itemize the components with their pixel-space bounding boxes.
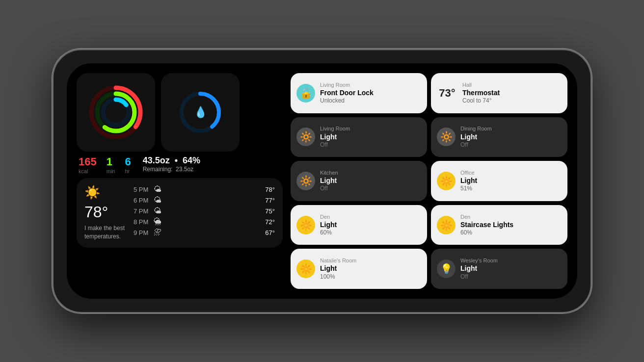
tile-status-thermostat: Cool to 74° <box>462 97 500 105</box>
tile-status-kitchen-light: Off <box>320 185 338 193</box>
tile-wesleys-light[interactable]: 💡 Wesley's Room Light Off <box>431 249 567 289</box>
tile-room-lock: Living Room <box>320 81 374 88</box>
forecast-row-2: 6 PM 🌤 77° <box>134 196 275 205</box>
tile-status-lock: Unlocked <box>320 97 374 105</box>
right-panel: 🔓 Living Room Front Door Lock Unlocked 7… <box>291 73 567 289</box>
kcal-value: 165 <box>79 155 97 168</box>
kcal-stat: 165 kcal <box>79 155 97 174</box>
kcal-label: kcal <box>79 168 88 174</box>
tile-text-staircase: Den Staircase Lights 60% <box>460 213 513 237</box>
tile-icon-living-light: 🔆 <box>296 128 315 146</box>
tile-kitchen-light[interactable]: 🔆 Kitchen Light Off <box>291 161 427 201</box>
tile-room-dining-light: Dining Room <box>460 125 492 132</box>
hr-label: hr <box>125 168 130 174</box>
tile-icon-office-light: 🔆 <box>437 172 456 190</box>
tile-dining-room-light[interactable]: 🔆 Dining Room Light Off <box>431 117 567 157</box>
tile-icon-thermostat: 73° <box>437 84 457 103</box>
hr-stat: 6 hr <box>125 155 131 174</box>
forecast-row-4: 8 PM 🌦 72° <box>134 217 275 226</box>
tile-living-room-light[interactable]: 🔆 Living Room Light Off <box>291 117 427 157</box>
weather-temp: 78° <box>84 203 129 221</box>
tile-text-den-light: Den Light 60% <box>320 213 337 237</box>
tile-status-natalies: 100% <box>320 273 356 281</box>
stats-row: 165 kcal 1 min 6 hr 43.5oz • 64% <box>77 155 283 174</box>
svg-text:💧: 💧 <box>194 105 208 119</box>
tile-name-wesleys: Light <box>460 264 498 273</box>
tile-status-staircase: 60% <box>460 229 513 237</box>
tile-room-office-light: Office <box>460 169 477 176</box>
tile-room-kitchen-light: Kitchen <box>320 169 338 176</box>
min-value: 1 <box>107 155 112 168</box>
forecast-row-1: 5 PM 🌤 78° <box>134 185 275 194</box>
tile-staircase-lights[interactable]: 🔆 Den Staircase Lights 60% <box>431 205 567 245</box>
tile-text-office-light: Office Light 51% <box>460 169 477 193</box>
weather-widget[interactable]: ☀️ 78° I make the besttemperatures. 5 PM… <box>77 178 283 248</box>
tile-natalies-light[interactable]: 🔆 Natalie's Room Light 100% <box>291 249 427 289</box>
tile-icon-natalies: 🔆 <box>296 259 315 278</box>
min-label: min <box>107 168 115 174</box>
tile-name-kitchen-light: Light <box>320 176 338 185</box>
tile-icon-kitchen-light: 🔆 <box>296 172 315 190</box>
tile-name-thermostat: Thermostat <box>462 88 500 97</box>
tile-text-lock: Living Room Front Door Lock Unlocked <box>320 81 374 105</box>
top-widgets: 💧 <box>77 73 283 152</box>
tile-name-den-light: Light <box>320 220 337 229</box>
tile-name-office-light: Light <box>460 176 477 185</box>
tile-status-den-light: 60% <box>320 229 337 237</box>
phone-shell: 💧 165 kcal 1 min 6 hr <box>52 49 592 313</box>
tile-name-natalies: Light <box>320 264 356 273</box>
tile-text-kitchen-light: Kitchen Light Off <box>320 169 338 193</box>
tile-room-staircase: Den <box>460 213 513 220</box>
tile-front-door-lock[interactable]: 🔓 Living Room Front Door Lock Unlocked <box>291 73 427 113</box>
tile-icon-wesleys: 💡 <box>437 259 456 278</box>
weather-left: ☀️ 78° I make the besttemperatures. <box>84 185 129 241</box>
tile-name-staircase: Staircase Lights <box>460 220 513 229</box>
phone-screen: 💧 165 kcal 1 min 6 hr <box>67 63 577 299</box>
tile-text-natalies: Natalie's Room Light 100% <box>320 257 356 281</box>
min-stat: 1 min <box>107 155 115 174</box>
weather-tagline: I make the besttemperatures. <box>84 224 129 241</box>
tile-thermostat[interactable]: 73° Hall Thermostat Cool to 74° <box>431 73 567 113</box>
weather-forecast: 5 PM 🌤 78° 6 PM 🌤 77° 7 PM 🌤 75° <box>134 185 275 241</box>
tile-room-natalies: Natalie's Room <box>320 257 356 264</box>
tile-icon-den-light: 🔆 <box>296 216 315 234</box>
tile-icon-dining-light: 🔆 <box>437 128 456 146</box>
tile-icon-lock: 🔓 <box>296 84 315 103</box>
weather-icon: ☀️ <box>84 185 129 200</box>
tile-room-wesleys: Wesley's Room <box>460 257 498 264</box>
tile-name-dining-light: Light <box>460 132 492 141</box>
forecast-row-3: 7 PM 🌤 75° <box>134 207 275 215</box>
tile-name-lock: Front Door Lock <box>320 88 374 97</box>
water-main-stat: 43.5oz • 64% <box>143 155 200 166</box>
tile-room-den-light: Den <box>320 213 337 220</box>
tile-text-dining-light: Dining Room Light Off <box>460 125 492 149</box>
tile-text-wesleys: Wesley's Room Light Off <box>460 257 498 281</box>
tile-room-living-light: Living Room <box>320 125 350 132</box>
tile-name-living-light: Light <box>320 132 350 141</box>
tile-status-dining-light: Off <box>460 141 492 149</box>
tile-status-living-light: Off <box>320 141 350 149</box>
forecast-row-5: 9 PM ⛈ 67° <box>134 228 275 237</box>
water-remaining: Remaining: 23.5oz <box>143 166 193 173</box>
water-stats: 43.5oz • 64% Remaining: 23.5oz <box>141 155 202 174</box>
activity-widget[interactable] <box>77 73 155 152</box>
tile-status-office-light: 51% <box>460 185 477 193</box>
hr-value: 6 <box>125 155 131 168</box>
tile-status-wesleys: Off <box>460 273 498 281</box>
tile-room-thermostat: Hall <box>462 81 500 88</box>
tile-text-thermostat: Hall Thermostat Cool to 74° <box>462 81 500 105</box>
left-panel: 💧 165 kcal 1 min 6 hr <box>77 73 283 289</box>
tile-icon-staircase: 🔆 <box>437 216 456 234</box>
tile-office-light[interactable]: 🔆 Office Light 51% <box>431 161 567 201</box>
water-widget[interactable]: 💧 <box>161 73 240 152</box>
tile-den-light[interactable]: 🔆 Den Light 60% <box>291 205 427 245</box>
tile-text-living-light: Living Room Light Off <box>320 125 350 149</box>
